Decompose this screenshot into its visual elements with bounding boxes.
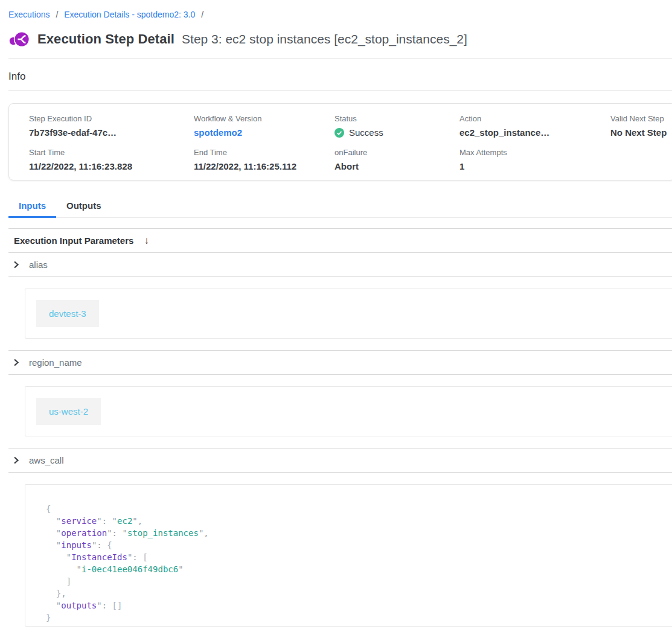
param-row-alias[interactable]: alias <box>8 253 672 276</box>
info-heading: Info <box>8 71 672 83</box>
field-label: Action <box>459 114 610 123</box>
field-on-failure: onFailure Abort <box>334 148 459 171</box>
breadcrumb-separator: / <box>56 10 58 19</box>
page-subtitle: Step 3: ec2 stop instances [ec2_stop_ins… <box>182 32 467 46</box>
field-workflow-version: Workflow & Version spotdemo2 <box>194 114 334 138</box>
param-value-panel-region-name: us-west-2 <box>25 386 672 436</box>
params-header[interactable]: Execution Input Parameters ↓ <box>8 229 672 252</box>
field-value: ec2_stop_instance… <box>459 127 610 138</box>
divider <box>8 374 672 375</box>
param-name: region_name <box>29 357 82 368</box>
field-valid-next-step: Valid Next Step No Next Step <box>610 114 672 138</box>
field-value: No Next Step <box>610 127 672 138</box>
divider <box>8 472 672 473</box>
param-value-panel-alias: devtest-3 <box>25 289 672 339</box>
field-label: onFailure <box>334 148 459 157</box>
divider <box>8 59 672 59</box>
field-start-time: Start Time 11/22/2022, 11:16:23.828 <box>29 148 194 171</box>
param-name: alias <box>29 260 48 270</box>
field-label: Step Execution ID <box>29 114 194 123</box>
breadcrumb-link-executions[interactable]: Executions <box>8 10 50 19</box>
field-label: Workflow & Version <box>194 114 334 123</box>
info-card: Step Execution ID 7b73f93e-edaf-47c… Wor… <box>8 103 672 180</box>
field-value: 1 <box>459 161 610 171</box>
status-badge: Success <box>334 127 459 138</box>
field-label: Max Attempts <box>459 148 610 157</box>
divider <box>8 91 672 91</box>
field-value: 11/22/2022, 11:16:25.112 <box>194 161 334 171</box>
execution-step-detail-page: Executions / Execution Details - spotdem… <box>0 0 672 627</box>
params-header-label: Execution Input Parameters <box>14 235 133 246</box>
success-check-icon <box>334 128 344 138</box>
breadcrumb-link-execution-details[interactable]: Execution Details - spotdemo2: 3.0 <box>64 10 195 19</box>
field-step-execution-id: Step Execution ID 7b73f93e-edaf-47c… <box>29 114 194 138</box>
field-end-time: End Time 11/22/2022, 11:16:25.112 <box>194 148 334 171</box>
chevron-right-icon <box>12 456 20 464</box>
workflow-link[interactable]: spotdemo2 <box>194 127 334 138</box>
field-max-attempts: Max Attempts 1 <box>459 148 610 171</box>
field-label: Status <box>334 114 459 123</box>
field-value: Abort <box>334 161 459 171</box>
field-label: End Time <box>194 148 334 157</box>
param-value-chip: devtest-3 <box>36 300 99 327</box>
divider <box>8 276 672 277</box>
chevron-right-icon <box>12 359 20 366</box>
page-title: Execution Step Detail <box>37 31 174 47</box>
param-row-aws-call[interactable]: aws_call <box>8 448 672 472</box>
param-row-region-name[interactable]: region_name <box>8 351 672 374</box>
tab-outputs[interactable]: Outputs <box>56 197 112 218</box>
json-code: { "service": "ec2", "operation": "stop_i… <box>46 503 672 624</box>
field-value: 7b73f93e-edaf-47c… <box>29 127 194 138</box>
field-action: Action ec2_stop_instance… <box>459 114 610 138</box>
workflow-brand-icon <box>8 29 30 49</box>
sort-descending-icon[interactable]: ↓ <box>144 236 149 245</box>
tabs: Inputs Outputs <box>8 197 672 218</box>
status-text: Success <box>349 127 383 138</box>
field-status: Status Success <box>334 114 459 138</box>
breadcrumb: Executions / Execution Details - spotdem… <box>0 0 672 19</box>
chevron-right-icon <box>12 261 20 269</box>
page-header: Execution Step Detail Step 3: ec2 stop i… <box>8 29 672 49</box>
field-label: Start Time <box>29 148 194 157</box>
tab-inputs[interactable]: Inputs <box>8 197 56 218</box>
field-value: 11/22/2022, 11:16:23.828 <box>29 161 194 171</box>
breadcrumb-separator: / <box>201 10 203 19</box>
param-name: aws_call <box>29 455 64 465</box>
field-label: Valid Next Step <box>610 114 672 123</box>
param-value-chip: us-west-2 <box>36 398 101 425</box>
param-value-panel-aws-call: { "service": "ec2", "operation": "stop_i… <box>25 484 672 627</box>
